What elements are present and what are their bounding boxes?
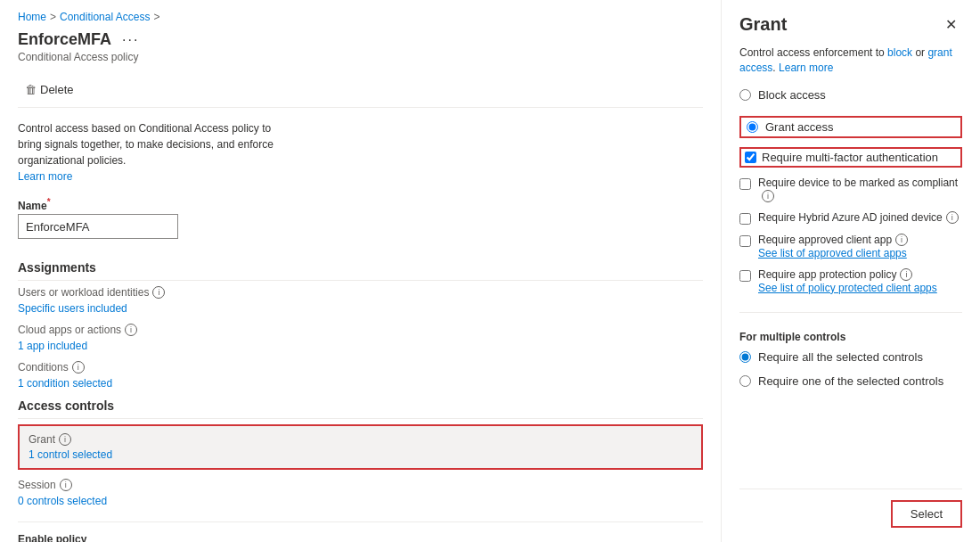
- name-input[interactable]: [18, 214, 178, 239]
- cloud-apps-section: Cloud apps or actions i 1 app included: [18, 324, 703, 352]
- panel-footer: Select: [739, 489, 962, 528]
- app-protection-checkbox[interactable]: [739, 270, 751, 282]
- breadcrumb: Home > Conditional Access >: [18, 11, 703, 23]
- delete-button[interactable]: 🗑 Delete: [18, 79, 81, 100]
- page-title: EnforceMFA ···: [18, 30, 703, 49]
- device-compliant-option: Require device to be marked as compliant…: [739, 177, 962, 202]
- cloud-apps-label: Cloud apps or actions i: [18, 324, 703, 336]
- left-panel: Home > Conditional Access > EnforceMFA ·…: [0, 0, 722, 542]
- approved-app-link[interactable]: See list of approved client apps: [758, 247, 908, 259]
- panel-title-row: Grant ✕: [739, 14, 962, 35]
- divider: [739, 312, 962, 313]
- grant-info-icon[interactable]: i: [59, 433, 71, 446]
- grant-box[interactable]: Grant i 1 control selected: [18, 424, 703, 470]
- for-multiple-label: For multiple controls: [739, 331, 962, 343]
- app-protection-link[interactable]: See list of policy protected client apps: [758, 282, 937, 294]
- right-panel: Grant ✕ Control access enforcement to bl…: [722, 0, 980, 542]
- panel-learn-more[interactable]: Learn more: [779, 62, 833, 74]
- grant-box-label: Grant i: [29, 433, 692, 446]
- grant-box-value: 1 control selected: [29, 448, 112, 461]
- ellipsis-button[interactable]: ···: [118, 32, 143, 48]
- description-learn-more[interactable]: Learn more: [18, 170, 72, 183]
- access-controls-section: Access controls Grant i 1 control select…: [18, 398, 703, 507]
- close-button[interactable]: ✕: [940, 14, 962, 35]
- app-protection-label: Require app protection policy: [758, 268, 896, 281]
- session-label: Session i: [18, 479, 703, 491]
- conditions-info-icon[interactable]: i: [72, 361, 85, 374]
- users-section: Users or workload identities i Specific …: [18, 286, 703, 315]
- hybrid-ad-checkbox[interactable]: [739, 213, 751, 225]
- app-protection-info-icon[interactable]: i: [900, 268, 912, 281]
- cloud-apps-value[interactable]: 1 app included: [18, 340, 87, 352]
- trash-icon: 🗑: [25, 83, 37, 96]
- require-one-option: Require one of the selected controls: [739, 374, 962, 388]
- panel-title-text: Grant: [739, 14, 787, 35]
- access-controls-heading: Access controls: [18, 398, 703, 419]
- session-section: Session i 0 controls selected: [18, 479, 703, 507]
- session-info-icon[interactable]: i: [60, 479, 72, 491]
- description-text: Control access based on Conditional Acce…: [18, 120, 285, 185]
- breadcrumb-home[interactable]: Home: [18, 11, 46, 23]
- require-all-option: Require all the selected controls: [739, 350, 962, 364]
- breadcrumb-sep1: >: [50, 11, 56, 23]
- block-access-radio[interactable]: [739, 89, 751, 101]
- required-star: *: [47, 197, 51, 207]
- session-value[interactable]: 0 controls selected: [18, 495, 107, 507]
- grant-access-radio[interactable]: [747, 121, 758, 133]
- block-link[interactable]: block: [887, 46, 912, 59]
- hybrid-ad-option: Require Hybrid Azure AD joined device i: [739, 211, 962, 225]
- conditions-section: Conditions i 1 condition selected: [18, 361, 703, 390]
- conditions-value[interactable]: 1 condition selected: [18, 377, 112, 390]
- panel-description: Control access enforcement to block or g…: [739, 45, 962, 76]
- breadcrumb-conditional-access[interactable]: Conditional Access: [60, 11, 150, 23]
- block-access-option: Block access: [739, 88, 962, 107]
- approved-app-info-icon[interactable]: i: [895, 234, 908, 246]
- conditions-label: Conditions i: [18, 361, 703, 374]
- require-all-radio[interactable]: [739, 351, 751, 363]
- require-one-radio[interactable]: [739, 375, 751, 387]
- approved-app-label: Require approved client app: [758, 234, 892, 246]
- hybrid-ad-info-icon[interactable]: i: [946, 211, 959, 224]
- select-button[interactable]: Select: [891, 500, 962, 528]
- require-all-label: Require all the selected controls: [758, 350, 923, 364]
- mfa-label: Require multi-factor authentication: [762, 151, 938, 164]
- device-compliant-checkbox[interactable]: [739, 178, 751, 190]
- toolbar: 🗑 Delete: [18, 72, 703, 108]
- page-subtitle: Conditional Access policy: [18, 51, 703, 63]
- name-label: Name*: [18, 197, 703, 212]
- users-info-icon[interactable]: i: [152, 286, 165, 299]
- require-one-label: Require one of the selected controls: [758, 374, 943, 388]
- mfa-checkbox[interactable]: [745, 152, 756, 163]
- enable-policy-section: Enable policy Report-only On Off Save: [18, 521, 703, 542]
- approved-app-checkbox[interactable]: [739, 235, 751, 247]
- block-access-label: Block access: [758, 88, 826, 102]
- device-compliant-info-icon[interactable]: i: [762, 190, 774, 202]
- app-protection-option: Require app protection policy i See list…: [739, 268, 962, 294]
- device-compliant-label: Require device to be marked as compliant…: [758, 177, 962, 202]
- delete-label: Delete: [40, 83, 74, 96]
- assignments-heading: Assignments: [18, 260, 703, 281]
- grant-access-label: Grant access: [765, 120, 834, 134]
- enable-policy-label: Enable policy: [18, 533, 703, 542]
- users-label: Users or workload identities i: [18, 286, 703, 299]
- mfa-highlighted-row: Require multi-factor authentication: [739, 147, 962, 168]
- breadcrumb-sep2: >: [153, 11, 159, 23]
- users-value[interactable]: Specific users included: [18, 302, 127, 315]
- grant-access-highlighted: Grant access: [739, 116, 962, 138]
- approved-app-option: Require approved client app i See list o…: [739, 234, 962, 259]
- cloud-apps-info-icon[interactable]: i: [125, 324, 137, 336]
- page-title-text: EnforceMFA: [18, 30, 111, 49]
